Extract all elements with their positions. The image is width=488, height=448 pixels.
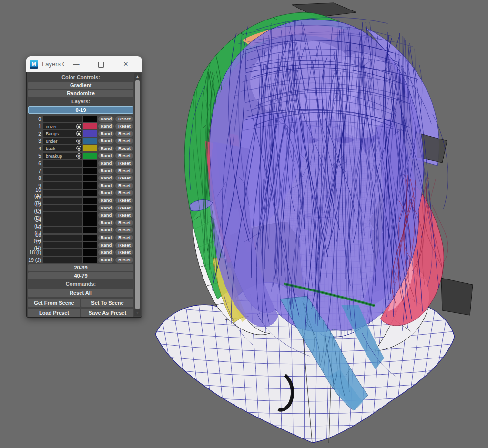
clear-name-icon[interactable]: ✕ — [76, 153, 81, 159]
reset-button[interactable]: Reset — [115, 183, 133, 189]
rand-button[interactable]: Rand — [98, 168, 114, 174]
rand-button[interactable]: Rand — [98, 175, 114, 181]
layer-color-swatch[interactable] — [83, 123, 97, 129]
reset-button[interactable]: Reset — [115, 153, 133, 159]
reset-button[interactable]: Reset — [115, 249, 133, 255]
reset-button[interactable]: Reset — [115, 138, 133, 144]
layer-color-swatch[interactable] — [83, 168, 97, 174]
layer-name-input[interactable] — [43, 182, 82, 189]
layer-name-input[interactable] — [43, 235, 82, 241]
reset-button[interactable]: Reset — [115, 116, 133, 122]
reset-button[interactable]: Reset — [115, 212, 133, 218]
layer-color-swatch[interactable] — [83, 219, 97, 226]
reset-button[interactable]: Reset — [115, 242, 133, 248]
layer-name-input[interactable] — [43, 219, 82, 226]
layer-color-swatch[interactable] — [83, 190, 97, 196]
randomize-button[interactable]: Randomize — [28, 90, 133, 97]
rand-button[interactable]: Rand — [98, 198, 114, 203]
layer-color-swatch[interactable] — [83, 235, 97, 241]
rand-button[interactable]: Rand — [98, 220, 114, 226]
rand-button[interactable]: Rand — [98, 153, 114, 159]
layer-name-input[interactable] — [43, 160, 82, 167]
rand-button[interactable]: Rand — [98, 146, 114, 151]
clear-name-icon[interactable]: ✕ — [76, 139, 81, 144]
layer-color-swatch[interactable] — [83, 145, 97, 151]
layer-color-swatch[interactable] — [83, 160, 97, 167]
rand-button[interactable]: Rand — [98, 123, 114, 129]
layer-color-swatch[interactable] — [83, 175, 97, 181]
layer-name-input[interactable] — [43, 257, 82, 263]
range-button-20-39[interactable]: 20-39 — [28, 264, 133, 271]
layer-name-input[interactable] — [43, 198, 82, 204]
gradient-button[interactable]: Gradient — [28, 82, 133, 89]
range-button-40-79[interactable]: 40-79 — [28, 272, 133, 279]
reset-button[interactable]: Reset — [115, 168, 133, 174]
reset-button[interactable]: Reset — [115, 123, 133, 129]
layer-color-swatch[interactable] — [83, 212, 97, 219]
layer-name-input[interactable]: Bangs✕ — [43, 130, 82, 137]
rand-button[interactable]: Rand — [98, 227, 114, 233]
layer-name-input[interactable]: back✕ — [43, 145, 82, 151]
layer-color-swatch[interactable] — [83, 249, 97, 256]
get-from-scene-button[interactable]: Get From Scene — [28, 299, 80, 307]
reset-button[interactable]: Reset — [115, 190, 133, 196]
layer-name-input[interactable] — [43, 249, 82, 256]
close-button[interactable]: ✕ — [113, 56, 138, 72]
layer-name-input[interactable] — [43, 116, 82, 122]
set-to-scene-button[interactable]: Set To Scene — [81, 299, 133, 307]
reset-button[interactable]: Reset — [115, 131, 133, 137]
window-titlebar[interactable]: M Layers C... — ✕ — [26, 56, 142, 72]
scrollbar-thumb[interactable] — [135, 80, 140, 309]
layer-name-input[interactable] — [43, 227, 82, 233]
reset-button[interactable]: Reset — [115, 146, 133, 151]
reset-button[interactable]: Reset — [115, 227, 133, 233]
reset-button[interactable]: Reset — [115, 198, 133, 203]
rand-button[interactable]: Rand — [98, 212, 114, 218]
layer-name-input[interactable]: breakup✕ — [43, 153, 82, 159]
rand-button[interactable]: Rand — [98, 205, 114, 211]
layer-color-swatch[interactable] — [83, 205, 97, 211]
layer-name-input[interactable]: cover✕ — [43, 123, 82, 129]
range-button-0-19[interactable]: 0-19 — [28, 106, 133, 114]
load-preset-button[interactable]: Load Preset — [28, 309, 80, 317]
reset-button[interactable]: Reset — [115, 160, 133, 166]
rand-button[interactable]: Rand — [98, 160, 114, 166]
layer-color-swatch[interactable] — [83, 227, 97, 233]
rand-button[interactable]: Rand — [98, 235, 114, 240]
rand-button[interactable]: Rand — [98, 257, 114, 263]
layer-name-input[interactable] — [43, 242, 82, 248]
layer-name-input[interactable] — [43, 168, 82, 174]
maximize-button[interactable] — [89, 56, 113, 72]
layer-color-swatch[interactable] — [83, 182, 97, 189]
clear-name-icon[interactable]: ✕ — [76, 131, 81, 136]
rand-button[interactable]: Rand — [98, 138, 114, 144]
reset-button[interactable]: Reset — [115, 235, 133, 240]
layer-name-input[interactable] — [43, 175, 82, 181]
rand-button[interactable]: Rand — [98, 190, 114, 196]
layer-name-input[interactable] — [43, 205, 82, 211]
reset-button[interactable]: Reset — [115, 175, 133, 181]
rand-button[interactable]: Rand — [98, 183, 114, 189]
layer-color-swatch[interactable] — [83, 242, 97, 248]
minimize-button[interactable]: — — [64, 56, 89, 72]
reset-button[interactable]: Reset — [115, 205, 133, 211]
layer-color-swatch[interactable] — [83, 153, 97, 159]
scroll-down-icon[interactable]: ▼ — [136, 310, 140, 316]
rand-button[interactable]: Rand — [98, 242, 114, 248]
clear-name-icon[interactable]: ✕ — [76, 146, 81, 151]
reset-all-button[interactable]: Reset All — [28, 289, 133, 297]
clear-name-icon[interactable]: ✕ — [76, 124, 81, 129]
layer-color-swatch[interactable] — [83, 198, 97, 204]
rand-button[interactable]: Rand — [98, 249, 114, 255]
rand-button[interactable]: Rand — [98, 116, 114, 122]
scroll-up-icon[interactable]: ▲ — [136, 73, 140, 80]
layer-color-swatch[interactable] — [83, 138, 97, 144]
rand-button[interactable]: Rand — [98, 131, 114, 137]
layer-name-input[interactable]: under✕ — [43, 138, 82, 144]
layer-color-swatch[interactable] — [83, 116, 97, 122]
panel-scrollbar[interactable]: ▲ ▼ — [134, 73, 141, 316]
save-as-preset-button[interactable]: Save As Preset — [81, 309, 133, 317]
reset-button[interactable]: Reset — [115, 257, 133, 263]
layer-name-input[interactable] — [43, 212, 82, 219]
layer-color-swatch[interactable] — [83, 257, 97, 263]
